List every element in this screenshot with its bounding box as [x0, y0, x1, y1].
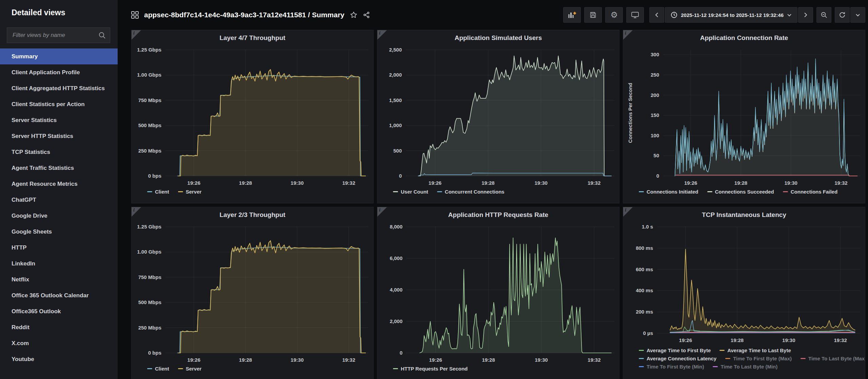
legend-dash-icon — [147, 191, 152, 192]
sidebar-item-linkedin[interactable]: LinkedIn — [0, 256, 118, 272]
time-range-picker[interactable]: 2025-11-12 19:24:54 to 2025-11-12 19:32:… — [665, 7, 797, 23]
sidebar-item-office-365-outlook-calendar[interactable]: Office 365 Outlook Calendar — [0, 287, 118, 303]
legend-label: User Count — [401, 189, 428, 195]
dashboard-title[interactable]: appsec-8bdf7c14-1e4c-49a3-9ac3-17a12e411… — [144, 11, 344, 19]
sidebar-item-summary[interactable]: Summary — [0, 48, 118, 64]
sidebar-item-google-sheets[interactable]: Google Sheets — [0, 224, 118, 240]
zoom-out-time-button[interactable] — [816, 7, 831, 23]
legend-label: Connections Failed — [791, 189, 837, 195]
share-icon[interactable] — [363, 11, 370, 19]
filter-views-field — [7, 27, 110, 43]
svg-text:150: 150 — [651, 112, 659, 118]
legend-dash-icon — [725, 358, 730, 359]
dashboard-header: appsec-8bdf7c14-1e4c-49a3-9ac3-17a12e411… — [124, 0, 868, 30]
legend-label: Average Time to Last Byte — [727, 347, 791, 353]
sidebar-item-client-aggregated-http-statistics[interactable]: Client Aggregated HTTP Statistics — [0, 80, 118, 96]
svg-text:2,500: 2,500 — [389, 47, 402, 53]
legend-item-connections-succeeded[interactable]: Connections Succeeded — [707, 189, 774, 195]
chart-application-http-requests-rate: 8,0006,0004,0002,000019:2619:2819:3019:3… — [377, 207, 619, 379]
time-shift-forward-button[interactable] — [798, 7, 813, 23]
legend-item-time-to-first-byte-max[interactable]: Time To First Byte (Max) — [725, 356, 792, 361]
legend-item-average-connection-latency[interactable]: Average Connection Latency — [639, 356, 716, 361]
legend-dash-icon — [801, 358, 806, 359]
svg-text:19:32: 19:32 — [342, 180, 355, 186]
svg-text:1.25 Gbps: 1.25 Gbps — [137, 47, 161, 53]
legend-item-server[interactable]: Server — [178, 189, 202, 195]
svg-text:19:26: 19:26 — [429, 180, 441, 186]
svg-text:2,000: 2,000 — [390, 318, 402, 324]
kiosk-monitor-icon — [631, 11, 639, 19]
time-shift-back-button[interactable] — [649, 7, 664, 23]
settings-button[interactable]: ⚙ — [605, 7, 623, 23]
sidebar-item-tcp-statistics[interactable]: TCP Statistics — [0, 144, 118, 160]
legend-dash-icon — [707, 191, 712, 192]
sidebar-item-server-statistics[interactable]: Server Statistics — [0, 112, 118, 128]
legend-item-average-time-to-first-byte[interactable]: Average Time to First Byte — [639, 347, 711, 353]
prev-interval-icon — [655, 12, 659, 18]
svg-text:2,000: 2,000 — [389, 72, 402, 78]
svg-text:0 bps: 0 bps — [148, 173, 161, 179]
app-root: Detailed views SummaryClient Application… — [0, 0, 868, 379]
svg-text:1.00 Gbps: 1.00 Gbps — [137, 249, 161, 255]
legend-item-average-time-to-last-byte[interactable]: Average Time to Last Byte — [719, 347, 791, 353]
svg-text:19:28: 19:28 — [481, 180, 494, 186]
save-dashboard-button[interactable] — [584, 7, 602, 23]
svg-text:19:30: 19:30 — [782, 337, 795, 343]
sidebar-item-agent-traffic-statistics[interactable]: Agent Traffic Statistics — [0, 160, 118, 176]
legend-item-concurrent-connections[interactable]: Concurrent Connections — [437, 189, 505, 195]
legend-dash-icon — [147, 368, 152, 369]
star-icon[interactable] — [350, 11, 357, 19]
sidebar-item-server-http-statistics[interactable]: Server HTTP Statistics — [0, 128, 118, 144]
legend-application-http-requests-rate: HTTP Requests Per Second — [393, 366, 468, 372]
legend-dash-icon — [713, 366, 718, 367]
sidebar-item-http[interactable]: HTTP — [0, 240, 118, 256]
panel-tcp-instantaneous-latency: iTCP Instantaneous Latency1.0 s800 ms600… — [623, 207, 865, 379]
refresh-button[interactable] — [835, 7, 850, 23]
add-panel-button[interactable] — [563, 7, 581, 23]
legend-item-connections-initiated[interactable]: Connections Initiated — [639, 189, 698, 195]
legend-item-connections-failed[interactable]: Connections Failed — [783, 189, 837, 195]
refresh-interval-dropdown[interactable] — [850, 7, 865, 23]
svg-text:8,000: 8,000 — [390, 224, 402, 230]
legend-item-http-requests-per-second[interactable]: HTTP Requests Per Second — [393, 366, 468, 372]
filter-views-input[interactable] — [7, 27, 110, 43]
main-area: appsec-8bdf7c14-1e4c-49a3-9ac3-17a12e411… — [124, 0, 868, 379]
legend-dash-icon — [719, 350, 725, 351]
sidebar-item-netflix[interactable]: Netflix — [0, 272, 118, 287]
legend-item-client[interactable]: Client — [147, 189, 169, 195]
svg-text:19:28: 19:28 — [239, 180, 252, 186]
legend-dash-icon — [178, 368, 183, 369]
legend-label: Client — [155, 366, 169, 372]
svg-text:19:28: 19:28 — [239, 357, 252, 363]
sidebar-item-office365-outlook[interactable]: Office365 Outlook — [0, 303, 118, 319]
legend-layer-2-3-throughput: ClientServer — [147, 366, 201, 372]
svg-text:0 µs: 0 µs — [643, 330, 653, 336]
kiosk-mode-button[interactable] — [626, 7, 644, 23]
sidebar-title: Detailed views — [0, 0, 118, 17]
legend-dash-icon — [437, 191, 442, 192]
sidebar-item-x-com[interactable]: X.com — [0, 335, 118, 351]
legend-item-client[interactable]: Client — [147, 366, 169, 372]
legend-layer-4-7-throughput: ClientServer — [147, 189, 201, 195]
sidebar-item-google-drive[interactable]: Google Drive — [0, 208, 118, 224]
legend-item-time-to-first-byte-min[interactable]: Time To First Byte (Min) — [639, 364, 704, 370]
svg-text:500: 500 — [393, 148, 402, 154]
zoom-out-icon — [820, 11, 828, 19]
sidebar-item-client-application-profile[interactable]: Client Application Profile — [0, 64, 118, 80]
sidebar-item-chatgpt[interactable]: ChatGPT — [0, 192, 118, 208]
svg-text:750 Mbps: 750 Mbps — [138, 97, 161, 103]
legend-item-time-to-last-byte-max[interactable]: Time To Last Byte (Max) — [801, 356, 865, 361]
legend-item-user-count[interactable]: User Count — [393, 189, 428, 195]
apps-grid-icon[interactable] — [131, 11, 139, 19]
sidebar-item-client-statistics-per-action[interactable]: Client Statistics per Action — [0, 96, 118, 112]
svg-text:1.00 Gbps: 1.00 Gbps — [137, 72, 161, 78]
legend-item-server[interactable]: Server — [178, 366, 202, 372]
svg-text:6,000: 6,000 — [390, 255, 402, 261]
svg-text:250: 250 — [651, 72, 659, 78]
sidebar-item-agent-resource-metrics[interactable]: Agent Resource Metrics — [0, 176, 118, 192]
svg-text:0: 0 — [400, 350, 402, 356]
sidebar-item-reddit[interactable]: Reddit — [0, 319, 118, 335]
svg-text:1,000: 1,000 — [389, 122, 402, 128]
legend-item-time-to-last-byte-min[interactable]: Time To Last Byte (Min) — [713, 364, 777, 370]
sidebar-item-youtube[interactable]: Youtube — [0, 351, 118, 367]
